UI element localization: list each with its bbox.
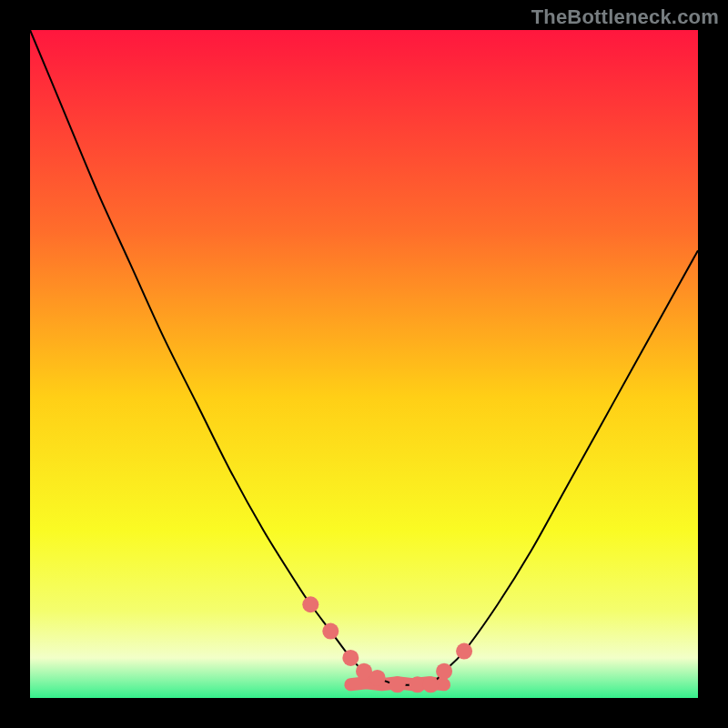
curve-marker	[342, 650, 359, 666]
curve-marker	[322, 623, 339, 640]
plot-area	[30, 30, 698, 698]
gradient-background	[30, 30, 698, 698]
curve-marker	[456, 643, 472, 660]
chart-frame: TheBottleneck.com	[0, 0, 728, 728]
curve-marker	[302, 596, 318, 612]
chart-svg	[30, 30, 698, 698]
curve-marker	[369, 670, 386, 686]
curve-marker	[436, 663, 452, 680]
watermark-text: TheBottleneck.com	[531, 5, 719, 29]
curve-marker	[389, 676, 406, 693]
curve-marker	[422, 676, 439, 693]
